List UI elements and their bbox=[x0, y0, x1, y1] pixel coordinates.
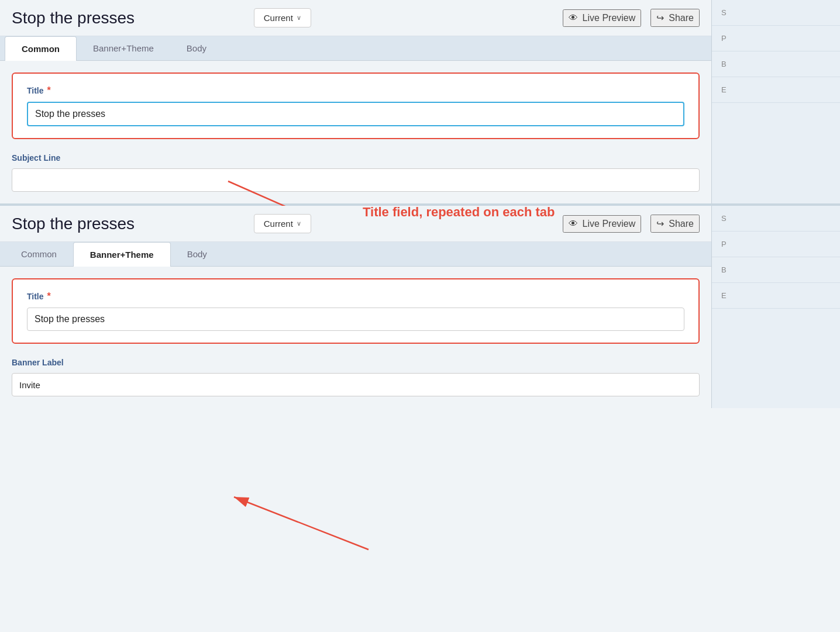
panel1-content: Title * Subject Line bbox=[0, 61, 711, 203]
current-label: Current bbox=[264, 13, 293, 23]
panel1-left-content: Stop the presses Current ∨ 👁 Live Previe… bbox=[0, 0, 711, 203]
share-button[interactable]: ↪ Share bbox=[650, 9, 700, 27]
live-preview-button-2[interactable]: 👁 Live Preview bbox=[563, 215, 642, 233]
panel2-header: Stop the presses Current ∨ 👁 Live Previe… bbox=[0, 206, 711, 242]
current-dropdown-button-2[interactable]: Current ∨ bbox=[254, 214, 311, 233]
live-preview-label: Live Preview bbox=[583, 13, 636, 23]
sidebar2-item-1: S bbox=[712, 206, 840, 232]
panel2-content: Title * Banner Label bbox=[0, 267, 711, 408]
sidebar2-item-3: B bbox=[712, 257, 840, 283]
sidebar1-item-1: S bbox=[712, 0, 840, 26]
tab-common-2[interactable]: Common bbox=[5, 242, 73, 266]
panel2-title: Stop the presses bbox=[12, 215, 245, 233]
tab-banner-theme-1[interactable]: Banner+Theme bbox=[77, 36, 170, 60]
title-input-2[interactable] bbox=[27, 308, 684, 331]
svg-line-3 bbox=[234, 497, 369, 550]
share-icon: ↪ bbox=[656, 12, 664, 23]
current-dropdown-button[interactable]: Current ∨ bbox=[254, 8, 311, 27]
sidebar1-item-3: B bbox=[712, 51, 840, 77]
chevron-down-icon: ∨ bbox=[297, 14, 301, 22]
sidebar1-item-4: E bbox=[712, 77, 840, 103]
title-field-card-1: Title * bbox=[12, 72, 700, 139]
banner-label-section: Banner Label bbox=[12, 358, 700, 396]
subject-line-section: Subject Line bbox=[12, 153, 700, 192]
share-label-2: Share bbox=[669, 219, 694, 229]
chevron-down-icon-2: ∨ bbox=[297, 220, 301, 227]
title-label-1: Title * bbox=[27, 85, 684, 96]
panel1-tabs: Common Banner+Theme Body bbox=[0, 36, 711, 61]
tab-common-1[interactable]: Common bbox=[5, 36, 77, 61]
panel2-tabs: Common Banner+Theme Body bbox=[0, 242, 711, 267]
sidebar1-item-2: P bbox=[712, 26, 840, 51]
tab-banner-theme-2[interactable]: Banner+Theme bbox=[73, 242, 171, 267]
panel-1: Stop the presses Current ∨ 👁 Live Previe… bbox=[0, 0, 840, 203]
subject-line-input[interactable] bbox=[12, 168, 700, 192]
required-star-1: * bbox=[47, 85, 51, 96]
panel-2: Stop the presses Current ∨ 👁 Live Previe… bbox=[0, 206, 840, 408]
banner-label-text: Banner Label bbox=[12, 358, 700, 367]
banner-input[interactable] bbox=[12, 373, 700, 396]
share-label: Share bbox=[669, 13, 694, 23]
panel2-right-sidebar: S P B E bbox=[711, 206, 840, 408]
subject-line-label: Subject Line bbox=[12, 153, 700, 163]
share-icon-2: ↪ bbox=[656, 218, 664, 229]
tab-body-2[interactable]: Body bbox=[171, 242, 223, 266]
current-label-2: Current bbox=[264, 219, 293, 229]
sidebar2-item-4: E bbox=[712, 283, 840, 309]
panel1-title: Stop the presses bbox=[12, 9, 245, 27]
share-button-2[interactable]: ↪ Share bbox=[650, 215, 700, 233]
tab-body-1[interactable]: Body bbox=[170, 36, 223, 60]
live-preview-button[interactable]: 👁 Live Preview bbox=[563, 9, 642, 27]
panel2-left-content: Stop the presses Current ∨ 👁 Live Previe… bbox=[0, 206, 711, 408]
panel1-header: Stop the presses Current ∨ 👁 Live Previe… bbox=[0, 0, 711, 36]
eye-icon: 👁 bbox=[569, 13, 578, 23]
title-input-1[interactable] bbox=[27, 102, 684, 126]
eye-icon-2: 👁 bbox=[569, 219, 578, 229]
title-label-2: Title * bbox=[27, 291, 684, 302]
sidebar2-item-2: P bbox=[712, 232, 840, 257]
required-star-2: * bbox=[47, 291, 51, 302]
live-preview-label-2: Live Preview bbox=[583, 219, 636, 229]
title-field-card-2: Title * bbox=[12, 278, 700, 344]
panel1-right-sidebar: S P B E bbox=[711, 0, 840, 203]
